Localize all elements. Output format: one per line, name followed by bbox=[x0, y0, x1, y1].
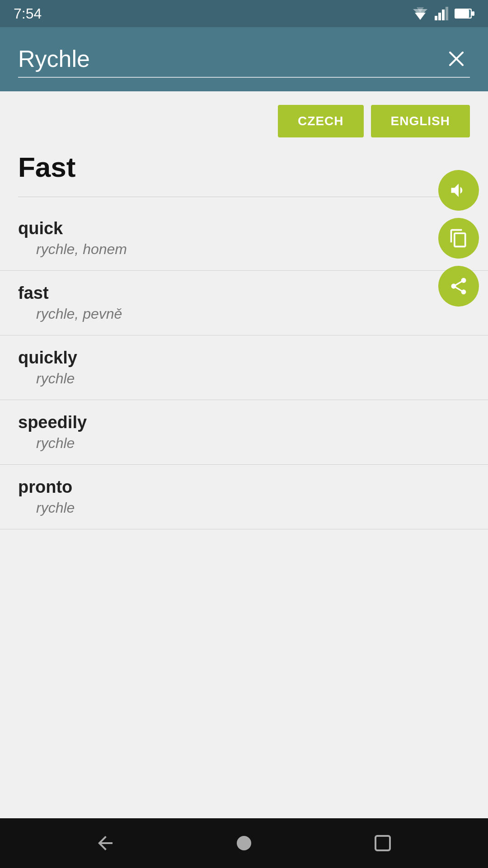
svg-rect-6 bbox=[446, 7, 448, 20]
czech-tab[interactable]: CZECH bbox=[278, 105, 363, 137]
result-word: quick bbox=[18, 219, 429, 238]
status-time: 7:54 bbox=[14, 5, 42, 22]
result-item: fast rychle, pevně bbox=[0, 271, 488, 335]
home-button[interactable] bbox=[233, 832, 255, 854]
back-button[interactable] bbox=[94, 832, 116, 854]
svg-rect-14 bbox=[375, 836, 390, 850]
search-input[interactable] bbox=[18, 45, 443, 72]
speaker-icon bbox=[449, 180, 469, 200]
translation-header: Fast bbox=[0, 137, 488, 188]
svg-rect-8 bbox=[472, 11, 474, 16]
status-bar: 7:54 bbox=[0, 0, 488, 27]
status-icons bbox=[412, 7, 474, 20]
recents-icon bbox=[372, 832, 394, 854]
clear-button[interactable] bbox=[443, 45, 470, 72]
svg-rect-4 bbox=[438, 13, 441, 20]
result-translation: rychle bbox=[18, 370, 470, 387]
english-tab[interactable]: ENGLISH bbox=[371, 105, 470, 137]
copy-button[interactable] bbox=[438, 218, 479, 259]
result-word: quickly bbox=[18, 348, 470, 368]
result-word: pronto bbox=[18, 477, 470, 497]
svg-point-13 bbox=[237, 836, 251, 850]
result-item: quickly rychle bbox=[0, 335, 488, 400]
battery-icon bbox=[455, 8, 474, 19]
copy-icon bbox=[449, 228, 469, 248]
search-row bbox=[18, 45, 470, 78]
svg-rect-5 bbox=[442, 9, 445, 20]
svg-rect-10 bbox=[455, 9, 469, 18]
result-item: pronto rychle bbox=[0, 465, 488, 529]
result-item: quick rychle, honem bbox=[0, 206, 488, 271]
speak-button[interactable] bbox=[438, 170, 479, 211]
close-icon bbox=[446, 49, 466, 69]
result-translation: rychle, honem bbox=[18, 241, 429, 258]
result-translation: rychle bbox=[18, 435, 470, 452]
signal-icon bbox=[435, 7, 448, 20]
home-icon bbox=[233, 832, 255, 854]
bottom-nav bbox=[0, 818, 488, 868]
recents-button[interactable] bbox=[372, 832, 394, 854]
result-word: speedily bbox=[18, 413, 470, 432]
header-divider bbox=[18, 197, 470, 197]
back-icon bbox=[94, 832, 116, 854]
wifi-icon bbox=[412, 7, 428, 20]
result-translation: rychle, pevně bbox=[18, 306, 470, 322]
result-item: speedily rychle bbox=[0, 400, 488, 465]
svg-rect-3 bbox=[435, 16, 437, 20]
results-list: quick rychle, honem fast rychle, pevně bbox=[0, 206, 488, 818]
translation-word: Fast bbox=[18, 151, 470, 183]
result-word: fast bbox=[18, 283, 470, 303]
lang-tabs: CZECH ENGLISH bbox=[0, 91, 488, 137]
result-translation: rychle bbox=[18, 500, 470, 516]
